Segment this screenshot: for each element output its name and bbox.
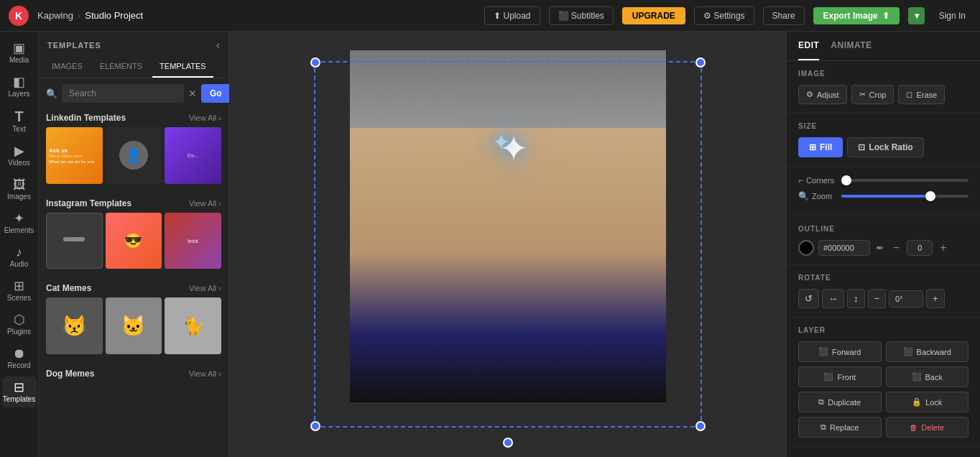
sidebar-item-plugins[interactable]: ⬡ Plugins [2,309,37,340]
record-icon: ⏺ [13,347,26,360]
tab-elements[interactable]: ELEMENTS [93,56,149,78]
export-arrow-button[interactable]: ▾ [908,7,925,24]
outline-minus-button[interactable]: − [890,240,902,256]
text-icon: T [14,109,23,124]
search-input[interactable] [62,84,184,103]
tab-images[interactable]: IMAGES [45,56,90,78]
dog-memes-view-all[interactable]: View All › [189,369,221,378]
eyedropper-icon[interactable]: ✒ [874,241,886,255]
lock-ratio-button[interactable]: ⊡ Lock Ratio [847,137,923,157]
linkedin-section: Linkedin Templates View All › Ask us Pla… [39,109,228,194]
rotate-section: ROTATE ↺ ↔ ↕ − 0° + [787,265,980,318]
list-item[interactable]: 🐈 [165,297,221,354]
signin-button[interactable]: Sign In [933,7,971,24]
sidebar-item-elements[interactable]: ✦ Elements [2,208,37,239]
sidebar-item-videos[interactable]: ▶ Videos [2,140,37,171]
erase-button[interactable]: ◻ Erase [898,85,945,104]
list-item[interactable]: 🐱 [106,297,162,354]
sidebar-item-label-audio: Audio [10,260,29,268]
outline-title: OUTLINE [798,225,969,233]
front-button[interactable]: ⬛ Front [798,366,882,387]
upgrade-button[interactable]: UPGRADE [622,7,685,24]
upload-button[interactable]: ⬆ Upload [484,6,540,25]
list-item[interactable]: Ele... [165,127,221,184]
fill-button[interactable]: ⊞ Fill [798,137,843,157]
list-item[interactable] [46,213,103,269]
sidebar-item-record[interactable]: ⏺ Record [2,343,37,374]
sidebar-item-images[interactable]: 🖼 Images [2,174,37,205]
sidebar-item-label-images: Images [7,193,31,200]
panel-close-button[interactable]: ‹ [216,39,220,52]
zoom-text: Zoom [812,192,832,200]
sidebar-item-layers[interactable]: ◧ Layers [2,71,37,102]
cat-memes-section: Cat Memes View All › 😾 🐱 🐈 [39,279,228,364]
outline-width-input[interactable] [907,240,933,256]
sidebar-item-templates[interactable]: ⊟ Templates [2,377,37,407]
settings-button[interactable]: ⚙ Settings [694,6,754,25]
handle-top-right[interactable] [695,57,706,68]
sidebar-item-scenes[interactable]: ⊞ Scenes [2,275,37,306]
handle-top-left[interactable] [310,57,320,68]
zoom-slider-thumb[interactable] [925,191,935,201]
export-button[interactable]: Export Image ⬆ [813,7,900,24]
outline-color-picker[interactable] [798,240,814,256]
image-section: IMAGE ⚙ Adjust ✂ Crop ◻ Erase [787,61,980,114]
panel-tabs: IMAGES ELEMENTS TEMPLATES [39,56,228,78]
rotate-plus-button[interactable]: + [926,289,945,308]
corners-slider[interactable] [841,179,969,182]
back-button[interactable]: ⬛ Back [886,366,969,387]
linkedin-grid: Ask us Place Video Here What we can do f… [46,127,221,184]
rotate-minus-button[interactable]: − [868,289,887,308]
list-item[interactable]: 😎 [106,213,162,269]
outline-plus-button[interactable]: + [937,240,949,256]
fill-icon: ⊞ [809,142,816,152]
list-item[interactable]: 😾 [46,297,103,354]
sidebar-item-label-media: Media [9,56,29,64]
forward-icon: ⬛ [818,347,828,356]
list-item[interactable]: brick [165,213,221,269]
cat-memes-view-all[interactable]: View All › [189,284,221,292]
handle-bottom-left[interactable] [310,421,320,431]
left-panel: TEMPLATES ‹ IMAGES ELEMENTS TEMPLATES 🔍 … [39,32,229,457]
outline-section: OUTLINE ✒ − + [787,216,980,265]
tab-templates[interactable]: TEMPLATES [152,56,213,78]
tab-edit[interactable]: EDIT [798,32,819,60]
crop-button[interactable]: ✂ Crop [851,85,895,104]
outline-hex-input[interactable] [818,240,870,256]
lock-ratio-label: Lock Ratio [869,142,912,152]
list-item[interactable]: Ask us Place Video Here What we can do f… [46,127,103,184]
back-icon: ⬛ [912,372,922,382]
rotate-ccw-button[interactable]: ↺ [798,289,819,308]
cat-memes-header: Cat Memes View All › [46,283,221,293]
lock-label: Lock [925,398,942,407]
zoom-icon: 🔍 [798,191,809,201]
instagram-view-all[interactable]: View All › [189,199,221,208]
replace-button[interactable]: ⧉ Replace [798,417,882,438]
flip-v-button[interactable]: ↕ [847,289,865,308]
canvas-area[interactable]: ✦ ✦ [229,32,786,457]
sidebar-item-audio[interactable]: ♪ Audio [2,241,37,272]
sidebar-item-text[interactable]: T Text [2,105,37,137]
handle-rotate[interactable] [503,438,513,448]
delete-button[interactable]: 🗑 Delete [886,417,969,438]
left-panel-header: TEMPLATES ‹ [39,32,228,56]
subtitles-button[interactable]: ⬛ Subtitles [549,6,614,25]
zoom-slider[interactable] [841,195,969,198]
lock-button[interactable]: 🔒 Lock [886,392,969,412]
adjust-button[interactable]: ⚙ Adjust [798,85,847,104]
forward-button[interactable]: ⬛ Forward [798,341,882,362]
tab-animate[interactable]: ANIMATE [831,32,872,60]
share-button[interactable]: Share [763,6,805,25]
search-go-button[interactable]: Go [201,84,231,103]
front-label: Front [837,373,856,382]
clear-search-icon[interactable]: ✕ [188,88,197,99]
duplicate-button[interactable]: ⧉ Duplicate [798,392,882,412]
corners-slider-thumb[interactable] [841,175,851,185]
sidebar-item-media[interactable]: ▣ Media [2,37,37,68]
list-item[interactable]: 👤 [106,127,162,184]
delete-icon: 🗑 [910,423,917,432]
backward-button[interactable]: ⬛ Backward [886,341,969,362]
handle-bottom-right[interactable] [695,421,706,431]
linkedin-view-all[interactable]: View All › [189,114,221,122]
flip-h-button[interactable]: ↔ [822,289,844,308]
